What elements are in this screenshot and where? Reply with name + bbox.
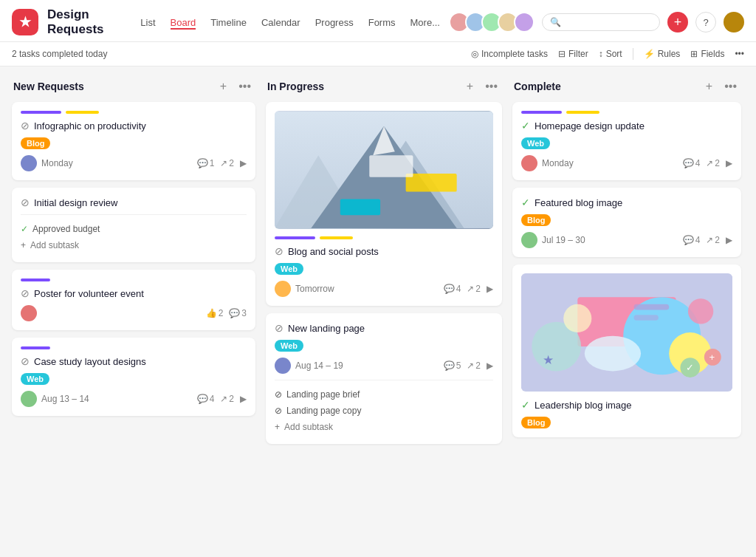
card-homepage: ✓ Homepage design update Web Monday 💬 4 … xyxy=(512,102,741,180)
card-landing-page: ⊘ New landing page Web Aug 14 – 19 💬 5 ↗… xyxy=(266,313,502,444)
rules-button[interactable]: ⚡ Rules xyxy=(644,49,681,59)
add-subtask-design-review[interactable]: + Add subtask xyxy=(21,237,247,253)
progress-bar-purple xyxy=(21,111,61,114)
date-case-study: Aug 13 – 14 xyxy=(41,394,193,404)
expand-icon[interactable]: ▶ xyxy=(240,158,247,168)
help-button[interactable]: ? xyxy=(695,12,716,33)
filter-icon: ⊟ xyxy=(558,49,566,59)
column-title-complete: Complete xyxy=(514,81,561,92)
divider xyxy=(633,48,633,60)
comment-icon-blog: 💬 xyxy=(444,284,455,294)
card-progress-bars-case-study xyxy=(21,346,247,349)
divider-landing xyxy=(275,380,493,380)
prog-bar-purple-homepage xyxy=(521,111,562,114)
check-done-icon-homepage: ✓ xyxy=(521,120,530,131)
shares-blog: ↗ 2 xyxy=(467,284,481,294)
comment-icon: 💬 xyxy=(197,158,208,168)
avatar-featured xyxy=(521,232,537,248)
date-infographic: Monday xyxy=(41,158,193,168)
abstract-svg: ★ ✓ + xyxy=(521,273,732,392)
more-complete[interactable]: ••• xyxy=(721,78,740,95)
expand-icon-landing[interactable]: ▶ xyxy=(487,360,493,371)
check-icon-4: ⊘ xyxy=(21,355,30,367)
tag-blog-leadership: Blog xyxy=(521,417,551,428)
check-brief-icon: ⊘ xyxy=(275,389,282,400)
tag-blog-infographic: Blog xyxy=(21,137,50,149)
abstract-image: ★ ✓ + xyxy=(521,273,732,392)
card-title-featured: ✓ Featured blog image xyxy=(521,197,732,208)
date-landing: Aug 14 – 19 xyxy=(295,360,439,371)
avatar-blog xyxy=(275,281,291,297)
nav-more[interactable]: More... xyxy=(410,16,440,30)
more-new-requests[interactable]: ••• xyxy=(236,78,254,95)
card-title-design-review: ⊘ Initial design review xyxy=(21,197,247,208)
card-footer-blog: Tomorrow 💬 4 ↗ 2 ▶ xyxy=(275,281,493,297)
sort-button[interactable]: ↕ Sort xyxy=(599,49,622,59)
column-title-in-progress: In Progress xyxy=(267,81,324,92)
avatar-homepage xyxy=(521,155,537,171)
nav-list[interactable]: List xyxy=(140,16,155,30)
card-meta-poster: 👍 2 💬 3 xyxy=(206,308,247,318)
nav-forms[interactable]: Forms xyxy=(368,16,396,30)
header-right: 🔍 + ? xyxy=(449,12,744,33)
nav-timeline[interactable]: Timeline xyxy=(210,16,247,30)
svg-text:+: + xyxy=(709,352,715,363)
progress-bar-case-study xyxy=(21,346,50,349)
add-card-complete[interactable]: + xyxy=(703,78,715,95)
comment-icon-landing: 💬 xyxy=(444,360,455,371)
add-card-new-requests[interactable]: + xyxy=(217,78,230,95)
svg-rect-7 xyxy=(369,155,413,177)
card-title-homepage: ✓ Homepage design update xyxy=(521,120,732,131)
circle-icon: ◎ xyxy=(471,49,478,59)
search-input[interactable] xyxy=(565,17,639,27)
column-header-in-progress: In Progress + ••• xyxy=(266,78,502,95)
fields-icon: ⊞ xyxy=(690,49,698,59)
svg-point-17 xyxy=(688,298,713,324)
subtask-approved-budget: ✓ Approved budget xyxy=(21,221,247,237)
expand-icon-homepage[interactable]: ▶ xyxy=(726,158,732,168)
nav-progress[interactable]: Progress xyxy=(315,16,354,30)
svg-text:★: ★ xyxy=(543,352,554,367)
user-avatar[interactable] xyxy=(724,12,744,33)
rules-icon: ⚡ xyxy=(644,49,655,59)
plus-icon-landing: + xyxy=(275,422,280,432)
date-homepage: Monday xyxy=(542,158,678,168)
share-icon-landing: ↗ xyxy=(467,360,474,371)
card-footer-landing: Aug 14 – 19 💬 5 ↗ 2 ▶ xyxy=(275,358,493,374)
tasks-completed: 2 tasks completed today xyxy=(12,49,459,59)
card-blog-social: ⊘ Blog and social posts Web Tomorrow 💬 4… xyxy=(266,102,502,306)
expand-icon-blog[interactable]: ▶ xyxy=(487,284,493,294)
search-box[interactable]: 🔍 xyxy=(542,13,660,31)
check-icon-6: ⊘ xyxy=(275,322,284,334)
fields-button[interactable]: ⊞ Fields xyxy=(690,49,724,59)
progress-bar-yellow xyxy=(66,111,99,114)
add-card-in-progress[interactable]: + xyxy=(464,78,476,95)
card-design-review: ⊘ Initial design review ✓ Approved budge… xyxy=(12,188,255,262)
expand-icon-featured[interactable]: ▶ xyxy=(726,235,732,245)
card-title-poster: ⊘ Poster for volunteer event xyxy=(21,287,247,299)
check-icon-3: ⊘ xyxy=(21,287,30,299)
comments-poster: 💬 3 xyxy=(229,308,247,318)
tag-web-homepage: Web xyxy=(521,137,550,149)
date-blog: Tomorrow xyxy=(295,284,439,294)
search-icon: 🔍 xyxy=(550,17,561,27)
add-subtask-landing[interactable]: + Add subtask xyxy=(275,419,493,435)
card-meta-landing: 💬 5 ↗ 2 ▶ xyxy=(444,360,493,371)
nav-board[interactable]: Board xyxy=(171,16,196,30)
expand-icon-case[interactable]: ▶ xyxy=(240,394,247,404)
add-button[interactable]: + xyxy=(667,12,688,33)
svg-point-12 xyxy=(563,304,591,332)
column-title-new-requests: New Requests xyxy=(13,81,84,92)
comments-infographic: 💬 1 xyxy=(197,158,215,168)
divider-design-review xyxy=(21,214,247,215)
shares-landing: ↗ 2 xyxy=(467,360,481,371)
tag-web-blog: Web xyxy=(275,263,303,275)
comment-icon-featured: 💬 xyxy=(683,235,694,245)
comment-icon-case: 💬 xyxy=(197,394,208,404)
tag-web-landing: Web xyxy=(275,340,303,352)
more-in-progress[interactable]: ••• xyxy=(482,78,501,95)
incomplete-tasks-filter[interactable]: ◎ Incomplete tasks xyxy=(471,49,548,59)
filter-button[interactable]: ⊟ Filter xyxy=(558,49,588,59)
nav-calendar[interactable]: Calendar xyxy=(261,16,300,30)
more-options-button[interactable]: ••• xyxy=(735,49,744,59)
